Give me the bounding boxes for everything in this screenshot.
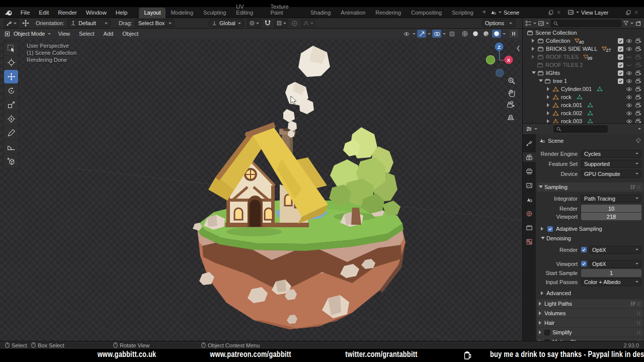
navigation-gizmo[interactable]: Z X — [482, 42, 518, 78]
eye-icon[interactable] — [626, 70, 632, 76]
tab-collection[interactable] — [523, 223, 536, 232]
menu-file[interactable]: File — [16, 10, 35, 16]
exclude-checkbox[interactable] — [618, 70, 623, 76]
volumes-panel-header[interactable]: Volumes — [537, 309, 643, 318]
tab-rendering[interactable]: Rendering — [370, 8, 406, 18]
menu-render[interactable]: Render — [53, 10, 82, 16]
viewport-menu-view[interactable]: View — [54, 31, 74, 37]
drag-grip-icon[interactable] — [636, 185, 641, 190]
cursor-tool[interactable] — [4, 56, 18, 69]
tab-scripting[interactable]: Scripting — [447, 8, 478, 18]
expand-icon[interactable] — [532, 39, 536, 43]
pan-view-hand-icon[interactable] — [507, 89, 516, 99]
camera-icon[interactable] — [635, 38, 641, 44]
viewport-samples-field[interactable]: 218 — [581, 213, 641, 220]
render-engine-dropdown[interactable]: Cycles — [581, 150, 641, 158]
tab-world[interactable] — [523, 209, 536, 218]
add-workspace-button[interactable]: + — [478, 7, 490, 18]
tab-tool[interactable] — [523, 138, 536, 148]
outliner-row-bricks-side-wall[interactable]: BRICKS SIDE WALL 27 — [523, 45, 644, 53]
simplify-panel-header[interactable]: Simplify — [537, 328, 643, 337]
new-scene-icon[interactable] — [548, 10, 554, 16]
tab-shading[interactable]: Shading — [305, 8, 336, 18]
tab-texture-paint[interactable]: Texture Paint — [266, 2, 305, 18]
tab-render[interactable] — [523, 152, 536, 162]
outliner-search-input[interactable] — [550, 20, 621, 27]
eye-closed-icon[interactable] — [626, 54, 632, 60]
eye-icon[interactable] — [626, 46, 632, 52]
outliner-row-roof-tiles[interactable]: ROOF TILES 99 — [523, 53, 644, 61]
tab-compositing[interactable]: Compositing — [406, 8, 447, 18]
collapse-icon[interactable] — [539, 79, 543, 84]
start-sample-field[interactable]: 1 — [581, 269, 641, 277]
blender-logo-icon[interactable] — [4, 8, 13, 17]
move-tool-icon[interactable] — [22, 19, 30, 27]
ortho-perspective-icon[interactable] — [506, 113, 515, 122]
menu-edit[interactable]: Edit — [34, 10, 53, 16]
tab-scene[interactable] — [523, 195, 536, 204]
outliner-row-rock[interactable]: rock — [523, 93, 644, 101]
tab-view-layer[interactable] — [523, 180, 536, 190]
collapse-icon[interactable] — [532, 71, 536, 76]
viewport-menu-object[interactable]: Object — [118, 31, 142, 37]
select-box-tool[interactable] — [4, 42, 18, 55]
shading-rendered-button[interactable] — [492, 30, 501, 38]
adaptive-sampling-row[interactable]: Adaptive Sampling — [541, 225, 602, 233]
sampling-panel-header[interactable]: Sampling — [537, 183, 643, 192]
expand-icon[interactable] — [547, 119, 551, 123]
input-passes-dropdown[interactable]: Color + Albedo — [581, 278, 641, 286]
camera-icon[interactable] — [635, 46, 641, 52]
proportional-editing-icon[interactable] — [291, 20, 298, 27]
eye-icon[interactable] — [626, 38, 632, 44]
expand-icon[interactable] — [547, 111, 551, 115]
camera-icon[interactable] — [635, 54, 641, 60]
new-view-layer-icon[interactable] — [625, 10, 631, 16]
shading-solid-button[interactable] — [471, 30, 480, 38]
eye-icon[interactable] — [626, 110, 632, 117]
outliner-row-rock-002[interactable]: rock.002 — [523, 109, 644, 117]
tab-texture[interactable] — [523, 237, 536, 246]
eye-icon[interactable] — [626, 94, 632, 101]
exclude-checkbox[interactable] — [618, 46, 623, 52]
shading-wireframe-button[interactable] — [460, 30, 469, 38]
integrator-dropdown[interactable]: Path Tracing — [581, 195, 641, 203]
falloff-dropdown[interactable] — [301, 19, 315, 28]
drag-grip-icon[interactable] — [636, 301, 641, 307]
expand-icon[interactable] — [532, 47, 536, 51]
viewport-menu-add[interactable]: Add — [100, 31, 118, 37]
camera-icon[interactable] — [635, 78, 641, 84]
shading-material-button[interactable] — [481, 30, 491, 38]
zoom-view-icon[interactable] — [507, 76, 516, 86]
new-collection-icon[interactable] — [635, 20, 641, 27]
transform-orientation-dropdown[interactable]: Global — [209, 19, 244, 27]
tab-sculpting[interactable]: Sculpting — [198, 8, 231, 18]
viewport-3d[interactable]: Object Mode View Select Add Object — [0, 29, 522, 341]
scene-selector[interactable]: Scene — [490, 9, 561, 16]
outliner-editor-type-icon[interactable] — [525, 20, 532, 27]
pin-icon[interactable] — [635, 137, 641, 144]
snap-target-dropdown[interactable] — [274, 19, 288, 28]
properties-editor-type-icon[interactable] — [526, 126, 532, 132]
drag-grip-icon[interactable] — [636, 330, 641, 335]
hair-panel-header[interactable]: Hair — [537, 318, 643, 327]
camera-icon[interactable] — [635, 118, 641, 124]
exclude-checkbox[interactable] — [618, 62, 623, 68]
show-gizmo-toggle[interactable] — [417, 30, 426, 38]
camera-icon[interactable] — [635, 62, 641, 68]
drag-grip-icon[interactable] — [636, 311, 641, 316]
outliner-row-lights[interactable]: liGhts — [523, 69, 644, 77]
camera-icon[interactable] — [635, 110, 641, 117]
expand-icon[interactable] — [532, 55, 536, 59]
outliner-row-rock-003[interactable]: rock.003 — [523, 117, 644, 123]
tab-output[interactable] — [523, 166, 536, 176]
filter-icon[interactable] — [623, 20, 629, 26]
outliner-row-cylinder-001[interactable]: Cylinder.001 — [523, 85, 644, 93]
outliner-row-roof-tiles-2[interactable]: ROOF TILES 2 — [523, 61, 644, 69]
tab-layout[interactable]: Layout — [139, 8, 166, 18]
denoise-render-checkbox[interactable] — [581, 247, 587, 252]
measure-tool[interactable] — [4, 140, 18, 154]
render-samples-field[interactable]: 10 — [581, 205, 641, 212]
advanced-header[interactable]: Advanced — [541, 289, 571, 297]
expand-icon[interactable] — [547, 103, 551, 107]
gizmo-y-axis[interactable] — [487, 56, 495, 64]
